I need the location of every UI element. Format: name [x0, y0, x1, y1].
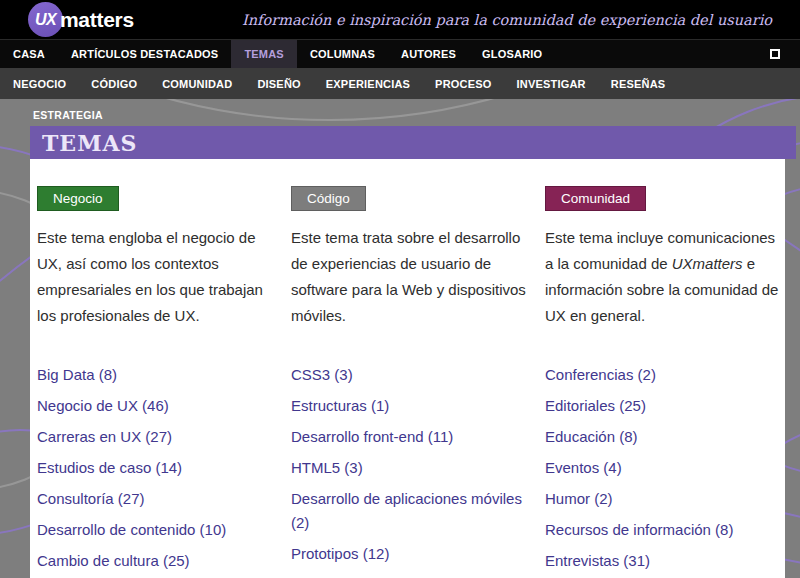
topic-link-item: Recursos de información (8) [545, 518, 782, 542]
site-tagline: Información e inspiración para la comuni… [242, 12, 772, 28]
site-logo[interactable]: UX matters [28, 2, 134, 37]
topics-nav-item-negocio[interactable]: NEGOCIO [13, 78, 66, 90]
topic-link-item: Educación (8) [545, 425, 782, 449]
topic-link-item: Humor (2) [545, 487, 782, 511]
topics-nav-item-diseno[interactable]: DISEÑO [257, 78, 300, 90]
link-conferencias-2[interactable]: Conferencias (2) [545, 363, 656, 387]
link-prototipos-12[interactable]: Prototipos (12) [291, 542, 389, 566]
logo-matters-text: matters [60, 8, 134, 32]
topic-link-item: Prototipos (12) [291, 542, 528, 566]
topic-button-comunidad[interactable]: Comunidad [545, 186, 646, 211]
topic-link-item: Entrevistas (31) [545, 549, 782, 573]
link-educacion-8[interactable]: Educación (8) [545, 425, 638, 449]
link-css3-3[interactable]: CSS3 (3) [291, 363, 353, 387]
link-desarrollo-front-end-11[interactable]: Desarrollo front-end (11) [291, 425, 453, 449]
link-estudios-de-caso-14[interactable]: Estudios de caso (14) [37, 456, 182, 480]
topic-link-item: Conferencias (2) [545, 363, 782, 387]
link-humor-2[interactable]: Humor (2) [545, 487, 613, 511]
topic-description-negocio: Este tema engloba el negocio de UX, así … [37, 225, 274, 355]
topic-link-item: Desarrollo de aplicaciones móviles (2) [291, 487, 528, 535]
topic-links-negocio: Big Data (8)Negocio de UX (46)Carreras e… [37, 363, 274, 578]
link-carreras-en-ux-27[interactable]: Carreras en UX (27) [37, 425, 172, 449]
topic-column-codigo: CódigoEste tema trata sobre el desarroll… [291, 186, 528, 578]
description-italic-segment: UXmatters [672, 255, 743, 272]
topic-link-item: Big Data (8) [37, 363, 274, 387]
nav-item-columnas[interactable]: COLUMNAS [297, 40, 388, 68]
link-eventos-4[interactable]: Eventos (4) [545, 456, 622, 480]
description-segment: Este tema engloba el negocio de UX, así … [37, 229, 263, 324]
topic-links-comunidad: Conferencias (2)Editoriales (25)Educació… [545, 363, 782, 578]
topic-link-item: CSS3 (3) [291, 363, 528, 387]
topic-description-codigo: Este tema trata sobre el desarrollo de e… [291, 225, 528, 355]
primary-nav: CASAARTÍCULOS DESTACADOSTEMASCOLUMNASAUT… [0, 40, 800, 68]
topic-links-codigo: CSS3 (3)Estructuras (1)Desarrollo front-… [291, 363, 528, 578]
topics-nav-item-codigo[interactable]: CÓDIGO [91, 78, 137, 90]
description-segment: Este tema trata sobre el desarrollo de e… [291, 229, 526, 324]
topic-link-item: Negocio de UX (46) [37, 394, 274, 418]
primary-nav-items: CASAARTÍCULOS DESTACADOSTEMASCOLUMNASAUT… [0, 40, 555, 68]
topics-nav-item-proceso[interactable]: PROCESO [435, 78, 491, 90]
ux-logo-icon: UX [28, 2, 63, 37]
topic-column-comunidad: ComunidadEste tema incluye comunicacione… [545, 186, 782, 578]
topic-link-item: Desarrollo front-end (11) [291, 425, 528, 449]
search-icon[interactable] [770, 49, 780, 59]
subnav-item-estrategia[interactable]: ESTRATEGIA [33, 109, 103, 121]
link-negocio-de-ux-46[interactable]: Negocio de UX (46) [37, 394, 169, 418]
topic-link-item: Desarrollo de contenido (10) [37, 518, 274, 542]
topic-column-negocio: NegocioEste tema engloba el negocio de U… [37, 186, 274, 578]
topic-link-item: HTML5 (3) [291, 456, 528, 480]
site-header: UX matters Información e inspiración par… [0, 0, 800, 40]
link-estructuras-1[interactable]: Estructuras (1) [291, 394, 389, 418]
link-consultoria-27[interactable]: Consultoría (27) [37, 487, 145, 511]
link-big-data-8[interactable]: Big Data (8) [37, 363, 117, 387]
topic-link-item: Editoriales (25) [545, 394, 782, 418]
nav-item-glosario[interactable]: GLOSARIO [469, 40, 555, 68]
page-title: TEMAS [42, 130, 137, 156]
link-desarrollo-de-contenido-10[interactable]: Desarrollo de contenido (10) [37, 518, 226, 542]
topic-button-codigo[interactable]: Código [291, 186, 366, 211]
topics-nav-item-resenas[interactable]: RESEÑAS [611, 78, 666, 90]
topic-link-item: Diseño web adaptable (5) [291, 573, 528, 578]
topic-description-comunidad: Este tema incluye comunicaciones a la co… [545, 225, 782, 355]
page-title-bar: TEMAS [30, 126, 796, 159]
topics-nav-item-experiencias[interactable]: EXPERIENCIAS [326, 78, 410, 90]
topic-link-item: Consultoría (27) [37, 487, 274, 511]
link-html5-3[interactable]: HTML5 (3) [291, 456, 363, 480]
link-recursos-de-informacion-8[interactable]: Recursos de información (8) [545, 518, 733, 542]
topic-link-item: Estructuras (1) [291, 394, 528, 418]
nav-item-autores[interactable]: AUTORES [388, 40, 469, 68]
topics-nav-item-comunidad[interactable]: COMUNIDAD [162, 78, 232, 90]
topics-nav-item-investigar[interactable]: INVESTIGAR [517, 78, 586, 90]
nav-item-articulos-destacados[interactable]: ARTÍCULOS DESTACADOS [58, 40, 231, 68]
topic-link-item: Eventos (4) [545, 456, 782, 480]
logo-ux-text: UX [35, 11, 56, 29]
topics-nav: NEGOCIOCÓDIGOCOMUNIDADDISEÑOEXPERIENCIAS… [0, 68, 800, 99]
link-entrevistas-31[interactable]: Entrevistas (31) [545, 549, 650, 573]
link-desarrollo-de-aplicaciones-moviles-2[interactable]: Desarrollo de aplicaciones móviles (2) [291, 487, 528, 535]
topic-link-item: Carreras en UX (27) [37, 425, 274, 449]
topic-button-negocio[interactable]: Negocio [37, 186, 119, 211]
nav-item-temas[interactable]: TEMAS [231, 40, 297, 68]
topic-link-item: Estudios de caso (14) [37, 456, 274, 480]
main-content: NegocioEste tema engloba el negocio de U… [30, 159, 785, 578]
content-area: TEMAS NegocioEste tema engloba el negoci… [30, 126, 796, 578]
subnav-strip: ESTRATEGIA [0, 99, 800, 126]
nav-item-casa[interactable]: CASA [0, 40, 58, 68]
topic-link-item: Cambio de cultura (25) [37, 549, 274, 573]
link-cambio-de-cultura-25[interactable]: Cambio de cultura (25) [37, 549, 190, 573]
link-editoriales-25[interactable]: Editoriales (25) [545, 394, 646, 418]
link-diseno-web-adaptable-5[interactable]: Diseño web adaptable (5) [291, 573, 462, 578]
